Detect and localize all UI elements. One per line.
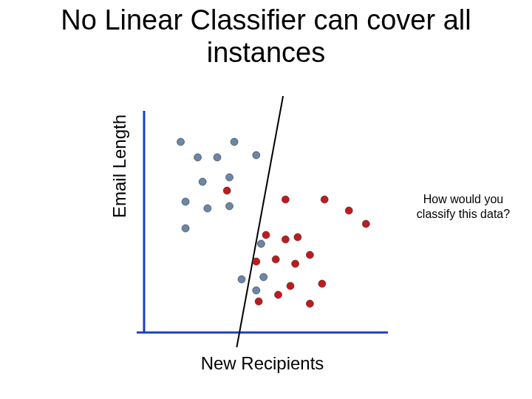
- data-point: [306, 300, 313, 307]
- data-point: [182, 225, 189, 232]
- x-axis-label: New Recipients: [129, 353, 395, 374]
- data-point: [275, 291, 282, 299]
- data-point: [318, 280, 326, 287]
- data-point: [306, 251, 313, 259]
- data-point: [214, 154, 221, 161]
- data-point: [253, 287, 260, 294]
- data-point: [238, 276, 245, 283]
- side-note: How would you classify this data?: [408, 192, 519, 222]
- data-point: [362, 220, 369, 228]
- data-point: [255, 298, 262, 305]
- data-point: [292, 260, 299, 267]
- data-point: [282, 196, 289, 203]
- data-point: [287, 282, 294, 290]
- data-point: [194, 154, 202, 161]
- data-point: [262, 231, 270, 239]
- data-point: [345, 207, 352, 214]
- chart-svg: [129, 96, 395, 347]
- data-point: [253, 258, 260, 265]
- data-point: [177, 138, 185, 146]
- scatter-chart: [129, 96, 395, 347]
- separator-line: [236, 96, 283, 347]
- data-point: [199, 178, 206, 185]
- y-axis-label: Email Length: [109, 63, 130, 166]
- data-point: [294, 233, 301, 241]
- data-point: [272, 256, 279, 263]
- data-point: [253, 151, 260, 159]
- data-point: [257, 240, 265, 248]
- data-point: [260, 273, 267, 281]
- data-point: [226, 202, 233, 210]
- slide: No Linear Classifier can cover all insta…: [0, 0, 532, 399]
- data-point: [231, 138, 238, 146]
- data-point: [321, 196, 328, 203]
- data-point: [223, 187, 231, 194]
- slide-title: No Linear Classifier can cover all insta…: [0, 4, 532, 69]
- data-point: [204, 205, 211, 212]
- data-point: [282, 236, 289, 243]
- data-point: [226, 174, 233, 181]
- data-point: [182, 198, 189, 205]
